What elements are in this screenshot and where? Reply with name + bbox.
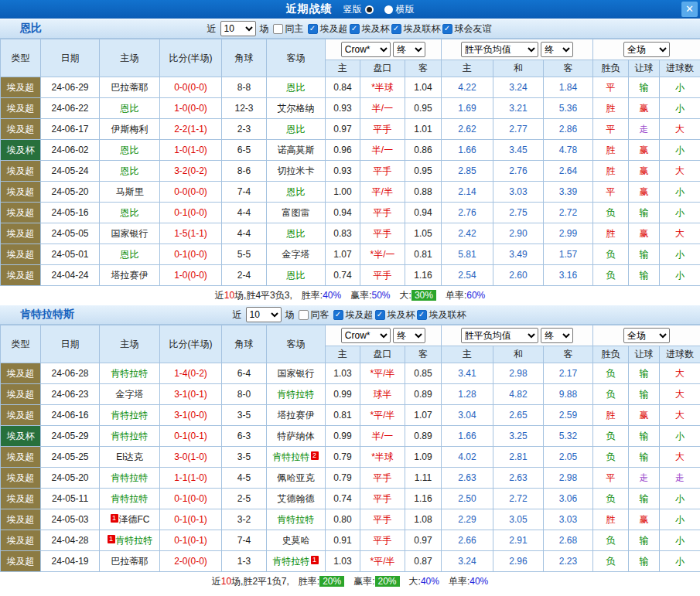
asia-time-select[interactable]: 终 bbox=[393, 42, 425, 57]
league-type-cell: 埃及超 bbox=[1, 468, 41, 489]
sub-header-asia-away: 客 bbox=[405, 60, 442, 77]
bookmaker-select[interactable]: Crow* bbox=[341, 328, 391, 343]
layout-option-vertical[interactable]: 竖版 bbox=[343, 3, 374, 16]
team-label: El达克 bbox=[116, 451, 143, 462]
checkbox-icon[interactable] bbox=[299, 310, 309, 320]
bookmaker-select[interactable]: Crow* bbox=[341, 42, 391, 57]
checkbox-icon[interactable]: ✓ bbox=[417, 310, 427, 320]
score-cell: 0-0(0-0) bbox=[160, 182, 222, 203]
same-side-filter[interactable]: 同主 bbox=[273, 22, 304, 36]
table-row: 埃及超24-04-24塔拉赛伊1-0(0-0)2-4恩比0.74平手1.162.… bbox=[1, 265, 700, 286]
column-header-corner: 角球 bbox=[222, 39, 267, 77]
date-cell: 24-05-16 bbox=[41, 203, 100, 223]
corner-cell: 3-5 bbox=[222, 447, 267, 468]
goals-result-cell: 小 bbox=[660, 530, 700, 551]
same-side-filter[interactable]: 同客 bbox=[299, 308, 330, 322]
recent-count-select[interactable]: 10 bbox=[220, 21, 256, 36]
table-row: 埃及超24-04-281肯特拉特0-1(0-1)7-4史莫哈0.91平手0.97… bbox=[1, 530, 700, 551]
asia-away-odds-cell: 1.01 bbox=[405, 119, 442, 140]
league-filter-label: 埃及超 bbox=[320, 22, 348, 36]
europe-home-odds-cell: 3.24 bbox=[442, 551, 493, 572]
result-cell: 负 bbox=[593, 530, 629, 551]
europe-mean-select[interactable]: 胜平负均值 bbox=[461, 328, 538, 343]
asia-home-odds-cell: 1.03 bbox=[326, 551, 360, 572]
checkbox-icon[interactable]: ✓ bbox=[375, 310, 385, 320]
score-cell: 2-0(0-0) bbox=[160, 551, 222, 572]
checkbox-icon[interactable]: ✓ bbox=[391, 24, 401, 34]
sub-header-result: 胜负 bbox=[593, 346, 629, 363]
score-cell: 0-1(0-1) bbox=[160, 509, 222, 530]
matches-table: 类型 日期 主场 比分(半场) 角球 客场 Crow* 终 胜平负均值 终 bbox=[0, 39, 700, 286]
europe-draw-odds-cell: 2.90 bbox=[493, 223, 544, 244]
league-filter[interactable]: ✓埃及超 bbox=[308, 22, 348, 36]
radio-unselected-icon[interactable] bbox=[384, 5, 393, 14]
league-filter[interactable]: ✓埃及联杯 bbox=[391, 22, 441, 36]
corner-cell: 4-5 bbox=[222, 468, 267, 489]
europe-time-select[interactable]: 终 bbox=[541, 328, 573, 343]
score-cell: 1-5(1-1) bbox=[160, 223, 222, 244]
europe-time-select[interactable]: 终 bbox=[541, 42, 573, 57]
europe-away-odds-cell: 2.59 bbox=[544, 405, 593, 426]
result-cell: 平 bbox=[593, 77, 629, 98]
europe-mean-select[interactable]: 胜平负均值 bbox=[461, 42, 538, 57]
recent-count-select[interactable]: 10 bbox=[246, 307, 282, 322]
asia-home-odds-cell: 0.79 bbox=[326, 447, 360, 468]
league-filter[interactable]: ✓埃及超 bbox=[333, 308, 374, 322]
asia-away-odds-cell: 0.89 bbox=[405, 384, 442, 405]
radio-selected-icon[interactable] bbox=[365, 5, 374, 14]
checkbox-icon[interactable]: ✓ bbox=[308, 24, 318, 34]
europe-draw-odds-cell: 2.75 bbox=[493, 203, 544, 223]
table-row: 埃及杯24-06-02恩比1-0(1-0)6-5诺高莫斯0.96半/一0.861… bbox=[1, 140, 700, 161]
summary-stat-value: 40% bbox=[470, 576, 488, 587]
result-cell: 负 bbox=[593, 426, 629, 447]
checkbox-icon[interactable]: ✓ bbox=[333, 310, 343, 320]
handicap-cell: 平手 bbox=[360, 530, 405, 551]
table-row: 埃及超24-06-22恩比1-0(0-0)12-3艾尔格纳0.93半/一0.95… bbox=[1, 98, 700, 119]
europe-draw-odds-cell: 3.45 bbox=[493, 140, 544, 161]
league-filter-label: 埃及杯 bbox=[362, 22, 390, 36]
checkbox-icon[interactable]: ✓ bbox=[350, 24, 360, 34]
europe-away-odds-cell: 3.06 bbox=[544, 489, 593, 509]
sub-header-handicap: 盘口 bbox=[360, 346, 405, 363]
sub-header-europe-draw: 和 bbox=[493, 60, 544, 77]
date-cell: 24-05-20 bbox=[41, 468, 100, 489]
team-label: 肯特拉特 bbox=[278, 514, 315, 525]
close-button[interactable]: ✕ bbox=[681, 2, 698, 17]
scope-select[interactable]: 全场 bbox=[623, 328, 670, 343]
result-cell: 胜 bbox=[593, 405, 629, 426]
result-cell: 胜 bbox=[593, 223, 629, 244]
asia-home-odds-cell: 0.94 bbox=[326, 203, 360, 223]
goals-result-cell: 小 bbox=[660, 203, 700, 223]
league-filter[interactable]: ✓球会友谊 bbox=[442, 22, 492, 36]
checkbox-icon[interactable]: ✓ bbox=[442, 24, 452, 34]
home-team-cell: 肯特拉特 bbox=[100, 489, 160, 509]
checkbox-icon[interactable] bbox=[273, 24, 283, 34]
summary-stat-label: 胜率: bbox=[299, 575, 319, 588]
scope-select[interactable]: 全场 bbox=[623, 42, 670, 57]
away-team-cell: 恩比 bbox=[267, 265, 326, 286]
league-filter[interactable]: ✓埃及杯 bbox=[350, 22, 390, 36]
table-row: 埃及超24-06-16肯特拉特3-1(0-0)3-5塔拉赛伊0.81*平/半1.… bbox=[1, 405, 700, 426]
europe-draw-odds-cell: 2.96 bbox=[493, 551, 544, 572]
europe-draw-odds-cell: 2.98 bbox=[493, 363, 544, 384]
sub-header-handicap: 盘口 bbox=[360, 60, 405, 77]
goals-result-cell: 小 bbox=[660, 77, 700, 98]
home-team-cell: El达克 bbox=[100, 447, 160, 468]
team-section-header: 肯特拉特斯 近 10 场 同客 ✓埃及超✓埃及杯✓埃及联杯 bbox=[0, 305, 700, 325]
corner-cell: 3-2 bbox=[222, 509, 267, 530]
handicap-cell: *半球 bbox=[360, 447, 405, 468]
handicap-result-cell: 输 bbox=[629, 447, 660, 468]
asia-away-odds-cell: 0.94 bbox=[405, 203, 442, 223]
layout-option-horizontal[interactable]: 横版 bbox=[384, 3, 415, 16]
europe-home-odds-cell: 2.50 bbox=[442, 489, 493, 509]
europe-away-odds-cell: 1.57 bbox=[544, 244, 593, 265]
league-filter[interactable]: ✓埃及杯 bbox=[375, 308, 415, 322]
europe-draw-odds-cell: 3.21 bbox=[493, 98, 544, 119]
asia-time-select[interactable]: 终 bbox=[393, 328, 425, 343]
result-cell: 负 bbox=[593, 203, 629, 223]
goals-result-cell: 小 bbox=[660, 265, 700, 286]
europe-home-odds-cell: 4.22 bbox=[442, 77, 493, 98]
summary-stat-value: 50% bbox=[372, 290, 391, 301]
league-filter[interactable]: ✓埃及联杯 bbox=[417, 308, 466, 322]
handicap-result-cell: 输 bbox=[629, 489, 660, 509]
